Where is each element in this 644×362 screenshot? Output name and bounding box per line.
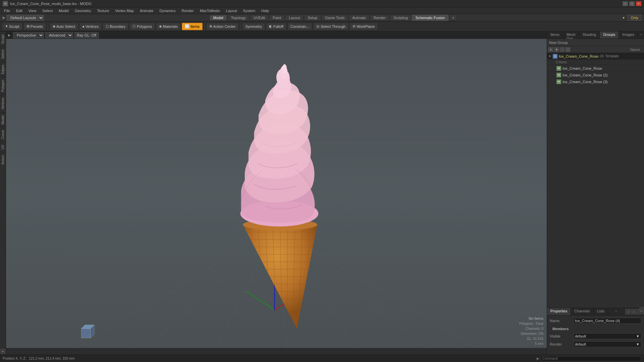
presets-button[interactable]: ⊞ Presets <box>23 23 46 30</box>
menu-maxtomodo[interactable]: MaxToModo <box>197 8 223 13</box>
viewport-perspective-dropdown[interactable]: Perspective <box>13 32 44 38</box>
tab-channels[interactable]: Channels <box>571 308 593 315</box>
maximize-button[interactable]: □ <box>629 1 635 6</box>
tab-mesh-ops[interactable]: Mesh Ops <box>563 32 579 39</box>
menu-model[interactable]: Model <box>56 8 71 13</box>
deformers-stat: Deformers: ON <box>519 331 543 336</box>
sidebar-tab-model[interactable]: Model <box>0 112 6 127</box>
ray-gl-label[interactable]: Ray GL: Off <box>74 32 99 38</box>
constrain-button[interactable]: Constrain... <box>287 23 312 30</box>
bottom-panel-tabs: Properties Channels Lists + ◁ ▷ ▽ <box>547 308 644 315</box>
menu-vertex-map[interactable]: Vertex Map <box>112 8 137 13</box>
name-property-field[interactable] <box>573 318 641 324</box>
title-text: Ice_Cream_Cone_Rose_modo_base.lxo - MODO <box>10 2 92 6</box>
vertices-button[interactable]: ● Vertices <box>79 23 102 30</box>
select-through-button[interactable]: ◎ Select Through <box>313 23 348 30</box>
sidebar-tab-action[interactable]: Action <box>0 152 6 167</box>
visible-dropdown[interactable]: default ▼ <box>573 333 641 339</box>
vertices-label: Vertices <box>86 24 99 28</box>
menu-render[interactable]: Render <box>179 8 197 13</box>
tab-groups[interactable]: Groups <box>600 32 619 39</box>
tab-shading[interactable]: Shading <box>579 32 600 39</box>
new-group-button[interactable]: New Group <box>547 39 644 46</box>
minimize-button[interactable]: ─ <box>623 1 628 6</box>
auto-select-button[interactable]: ◈ Auto Select <box>50 23 78 30</box>
group-child-2[interactable]: M Ice_Cream_Cone_Rose (2) <box>547 72 644 78</box>
group-icon-4[interactable]: ◯ <box>566 47 570 52</box>
tab-scripting[interactable]: Scripting <box>390 15 412 21</box>
menu-edit[interactable]: Edit <box>13 8 25 13</box>
viewport-shading-dropdown[interactable]: Advanced <box>45 32 73 38</box>
polygons-icon: ⬡ <box>132 24 136 28</box>
menu-select[interactable]: Select <box>40 8 55 13</box>
main-group-item[interactable]: ▼ G Ice_Cream_Cone_Rose (4) Template <box>547 53 644 60</box>
group-child-3[interactable]: M Ice_Cream_Cone_Rose (3) <box>547 78 644 85</box>
viewport-area[interactable]: ▶ Perspective Advanced Ray GL: Off ⊞ ◎ ⊕… <box>6 32 547 355</box>
tab-layout[interactable]: Layout <box>285 15 304 21</box>
star-icon: ★ <box>622 16 625 19</box>
menu-help[interactable]: Help <box>259 8 272 13</box>
menu-geometry[interactable]: Geometry <box>72 8 94 13</box>
menu-animate[interactable]: Animate <box>137 8 156 13</box>
symmetry-button[interactable]: Symmetry <box>242 23 265 30</box>
bpanel-expand-icon[interactable]: ◁ <box>625 309 631 314</box>
menu-dynamics[interactable]: Dynamics <box>157 8 178 13</box>
bpanel-arrow-icon[interactable]: ▷ <box>631 309 637 314</box>
tab-game-tools[interactable]: Game Tools <box>321 15 348 21</box>
tab-render[interactable]: Render <box>370 15 389 21</box>
sidebar-tab-polygons[interactable]: Polygon <box>0 77 6 95</box>
group-child-1[interactable]: M Ice_Cream_Cone_Rose <box>547 65 644 72</box>
group-icon-1[interactable]: ◈ <box>548 47 553 52</box>
add-layout-tab-button[interactable]: + <box>450 15 457 21</box>
viewport-collapse-icon[interactable]: ▶ <box>8 34 10 37</box>
tab-paint[interactable]: Paint <box>269 15 285 21</box>
group-icon-2[interactable]: ◉ <box>554 47 559 52</box>
sidebar-tab-edges[interactable]: Edges <box>0 62 6 77</box>
add-bottom-panel-tab[interactable]: + <box>613 308 619 315</box>
tab-items[interactable]: Items <box>547 32 563 39</box>
menu-bar: File Edit View Select Model Geometry Tex… <box>0 7 644 14</box>
main-group-count: (4) <box>600 54 604 58</box>
tab-animate[interactable]: Animate <box>348 15 369 21</box>
sidebar-tab-uv[interactable]: UV <box>0 142 6 152</box>
menu-layout[interactable]: Layout <box>223 8 240 13</box>
group-icon-3[interactable]: ◌ <box>560 47 565 52</box>
tab-properties[interactable]: Properties <box>547 308 571 315</box>
boundary-button[interactable]: ◻ Boundary <box>103 23 128 30</box>
add-right-panel-tab[interactable]: + <box>638 32 644 39</box>
status-bar: Position X, Y, Z: 121.2 mm, 211.4 mm, 10… <box>0 355 644 362</box>
tab-lists[interactable]: Lists <box>594 308 608 315</box>
menu-view[interactable]: View <box>26 8 39 13</box>
sidebar-tab-curve[interactable]: Curve <box>0 127 6 142</box>
sidebar-tab-sculpt[interactable]: Sculpt <box>0 32 6 47</box>
render-dropdown[interactable]: default ▼ <box>573 341 641 347</box>
tab-topology[interactable]: Topology <box>227 15 250 21</box>
title-bar-controls[interactable]: ─ □ ✕ <box>623 1 641 6</box>
tab-schematic-fusion[interactable]: Schematic Fusion <box>412 15 448 21</box>
sidebar-tab-select[interactable]: Select <box>0 47 6 62</box>
only-button[interactable]: Only <box>628 15 641 21</box>
items-button[interactable]: ⬜ Items <box>182 23 203 30</box>
tab-setup[interactable]: Setup <box>304 15 321 21</box>
panel-arrow-button[interactable]: ▷ <box>639 307 644 314</box>
layout-bar: ▶ Default Layouts Model Topology UVEdit … <box>0 14 644 21</box>
menu-file[interactable]: File <box>1 8 13 13</box>
tab-model[interactable]: Model <box>210 15 227 21</box>
tab-images[interactable]: Images <box>619 32 638 39</box>
sculpt-button[interactable]: ✦ Sculpt <box>2 23 22 30</box>
falloff-button[interactable]: ◐ Falloff <box>266 23 286 30</box>
menu-texture[interactable]: Texture <box>94 8 112 13</box>
sidebar-tab-vertices[interactable]: Vertices <box>0 95 6 112</box>
tab-uvedit[interactable]: UVEdit <box>250 15 269 21</box>
command-input[interactable] <box>541 356 641 361</box>
menu-system[interactable]: System <box>240 8 258 13</box>
viewport-canvas[interactable] <box>6 32 547 355</box>
sidebar-bottom-icon[interactable]: ● <box>1 349 5 354</box>
layout-dropdown[interactable]: Default Layouts <box>7 15 44 21</box>
action-center-button[interactable]: ⊕ Action Center <box>206 23 239 30</box>
materials-button[interactable]: ◈ Materials <box>156 23 181 30</box>
auto-select-label: Auto Select <box>56 24 75 28</box>
close-button[interactable]: ✕ <box>636 1 641 6</box>
workplane-button[interactable]: ⊘ WorkPlane <box>350 23 378 30</box>
polygons-button[interactable]: ⬡ Polygons <box>129 23 155 30</box>
